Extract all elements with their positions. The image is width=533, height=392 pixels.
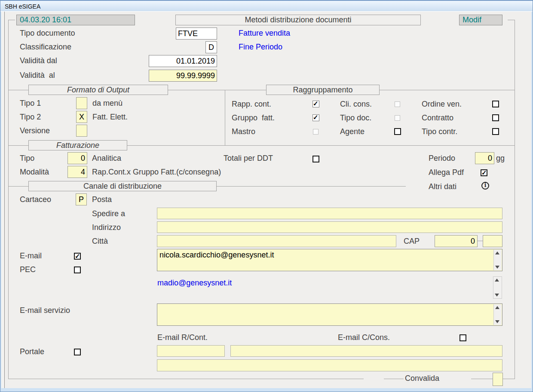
cli-cons-checkbox[interactable]: ✓ <box>395 101 400 107</box>
cap-label: CAP <box>404 237 420 245</box>
validita-al-label: Validità al <box>20 71 55 80</box>
mastro-label: Mastro <box>232 127 255 136</box>
scroll-up-icon[interactable] <box>495 279 499 282</box>
info-icon[interactable]: i <box>481 182 489 190</box>
classificazione-label: Classificazione <box>20 43 71 51</box>
email-scrollbar[interactable] <box>493 250 502 270</box>
allega-pdf-checkbox[interactable]: ✓ <box>481 169 487 176</box>
section-line <box>8 90 28 90</box>
email-ccons-label: E-mail C/Cons. <box>338 333 390 342</box>
formato-output-title: Formato di Output <box>28 85 168 95</box>
altri-dati-label: Altri dati <box>429 182 456 191</box>
tipo1-input[interactable] <box>76 97 87 109</box>
scroll-down-icon[interactable] <box>495 320 499 323</box>
validita-dal-input[interactable]: 01.01.2019 <box>149 55 217 67</box>
contratto-checkbox[interactable]: ✓ <box>492 114 499 121</box>
tipo2-desc: Fatt. Elett. <box>92 113 128 121</box>
contratto-label: Contratto <box>422 113 453 122</box>
rapp-cont-checkbox[interactable]: ✓ <box>312 101 319 107</box>
versione-label: Versione <box>20 126 50 135</box>
versione-input[interactable] <box>76 125 87 137</box>
window-left-edge <box>0 12 5 389</box>
mastro-checkbox[interactable]: ✓ <box>313 129 319 135</box>
spedire-label: Spedire a <box>92 209 125 218</box>
canale-title: Canale di distribuzione <box>28 181 217 191</box>
check-icon: ✓ <box>313 101 319 106</box>
tipo-doc-label: Tipo doc. <box>340 113 371 122</box>
gruppo-fatt-label: Gruppo fatt. <box>232 113 275 122</box>
modalita-desc: Rap.Cont.x Gruppo Fatt.(c/consegna) <box>92 168 221 176</box>
connector-line <box>478 241 483 241</box>
indirizzo-input[interactable] <box>157 221 502 233</box>
scroll-up-icon[interactable] <box>495 251 499 254</box>
window-bottom-edge <box>0 388 533 392</box>
modalita-input[interactable]: 4 <box>67 166 87 178</box>
section-line <box>380 90 515 90</box>
periodo-label: Periodo <box>429 154 455 162</box>
tipo1-desc: da menù <box>92 99 123 107</box>
convalida-input[interactable] <box>493 373 503 386</box>
fatt-tipo-label: Tipo <box>20 154 34 162</box>
section-line <box>8 186 28 187</box>
scroll-up-icon[interactable] <box>495 306 499 309</box>
portale-input-3[interactable] <box>157 359 502 371</box>
gruppo-fatt-checkbox[interactable]: ✓ <box>312 114 319 121</box>
totali-ddt-label: Totali per DDT <box>224 154 273 162</box>
periodo-input[interactable]: 0 <box>475 152 494 164</box>
agente-label: Agente <box>340 127 365 136</box>
section-line <box>168 90 225 90</box>
tipo-contr-label: Tipo contr. <box>422 127 457 136</box>
tipo-contr-checkbox[interactable]: ✓ <box>492 128 499 135</box>
tipo1-label: Tipo 1 <box>20 99 41 107</box>
tipo-documento-input[interactable]: FTVE <box>176 28 217 40</box>
citta-input[interactable] <box>157 235 396 247</box>
raggruppamento-title: Raggruppamento <box>266 85 380 95</box>
ordine-ven-checkbox[interactable]: ✓ <box>492 101 499 107</box>
rapp-cont-label: Rapp. cont. <box>232 100 271 108</box>
fatturazione-title: Fatturazione <box>28 140 127 150</box>
window-right-edge <box>531 12 533 389</box>
scroll-down-icon[interactable] <box>495 294 499 297</box>
section-line <box>225 90 266 90</box>
portale-input-2[interactable] <box>230 345 502 357</box>
tipo2-input[interactable]: X <box>76 111 87 123</box>
email-rcont-label: E-mail R/Cont. <box>157 333 208 342</box>
tipo-doc-checkbox[interactable]: ✓ <box>395 115 400 121</box>
classificazione-input[interactable]: D <box>205 41 217 53</box>
footer-line <box>8 379 364 379</box>
email-servizio-textarea[interactable] <box>157 303 502 326</box>
tipo-documento-desc: Fatture vendita <box>239 29 290 37</box>
pec-checkbox[interactable]: ✓ <box>74 266 81 273</box>
spedire-input[interactable] <box>157 208 502 219</box>
check-icon: ✓ <box>481 170 487 175</box>
window-title: SBH eSIGEA <box>5 3 40 10</box>
cap-input[interactable]: 0 <box>435 235 478 247</box>
section-line <box>8 145 28 146</box>
classificazione-desc: Fine Periodo <box>239 43 282 51</box>
ordine-ven-label: Ordine ven. <box>422 100 462 108</box>
scroll-down-icon[interactable] <box>495 266 499 269</box>
allega-pdf-label: Allega Pdf <box>429 168 464 177</box>
validita-al-input[interactable]: 99.99.9999 <box>149 70 217 82</box>
portale-checkbox[interactable]: ✓ <box>74 349 81 355</box>
check-icon: ✓ <box>75 254 80 259</box>
cartaceo-input[interactable]: P <box>76 193 87 205</box>
periodo-unit: gg <box>496 154 505 162</box>
agente-checkbox[interactable]: ✓ <box>394 128 401 135</box>
fatt-tipo-desc: Analitica <box>92 154 121 162</box>
pec-scrollbar[interactable] <box>493 276 502 299</box>
fatt-tipo-input[interactable]: 0 <box>67 152 87 164</box>
email-servizio-scrollbar[interactable] <box>493 304 502 325</box>
portale-input-1[interactable] <box>157 345 225 357</box>
email-textarea[interactable]: nicola.scardicchio@genesysnet.it <box>157 249 502 271</box>
window-titlebar: SBH eSIGEA <box>0 0 533 12</box>
section-divider <box>225 90 225 145</box>
cap-ext-input[interactable] <box>483 235 502 247</box>
citta-label: Città <box>92 237 108 245</box>
modalita-label: Modalità <box>20 168 49 176</box>
frame-line <box>8 20 9 379</box>
email-checkbox[interactable]: ✓ <box>74 253 81 260</box>
totali-ddt-checkbox[interactable]: ✓ <box>312 156 319 162</box>
email-ccons-checkbox[interactable]: ✓ <box>459 334 466 341</box>
portale-label: Portale <box>20 347 44 356</box>
